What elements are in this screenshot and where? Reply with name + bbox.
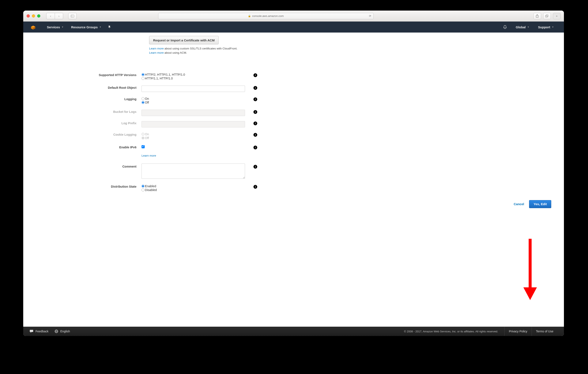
- pin-button[interactable]: [105, 21, 114, 32]
- label-comment: Comment: [23, 163, 142, 168]
- aws-footer: Feedback English © 2008 - 2017, Amazon W…: [23, 327, 564, 336]
- aws-logo-icon[interactable]: [30, 23, 37, 31]
- row-logging: Logging On Off i: [23, 97, 564, 105]
- language-label: English: [60, 330, 70, 333]
- row-cookie-logging: Cookie Logging On Off i: [23, 132, 564, 140]
- ipv6-checkbox[interactable]: [142, 145, 145, 148]
- dist-enabled-radio[interactable]: [142, 185, 145, 188]
- ssl-help-text: Learn more about using custom SSL/TLS ce…: [149, 46, 564, 55]
- row-bucket-logs: Bucket for Logs i: [23, 110, 564, 116]
- ipv6-learn-more-link[interactable]: Learn more: [142, 154, 156, 157]
- language-button[interactable]: English: [55, 330, 70, 333]
- aws-header: Services ▼ Resource Groups ▼ Global ▼ S: [23, 21, 564, 32]
- window-controls: [27, 14, 40, 18]
- forward-button[interactable]: ›: [55, 13, 63, 19]
- info-icon[interactable]: i: [253, 146, 257, 150]
- back-button[interactable]: ‹: [46, 13, 55, 19]
- browser-window: ‹ › 🔒 console.aws.amazon.com ⟳ +: [23, 11, 564, 336]
- http-opt1[interactable]: HTTP/2, HTTP/1.1, HTTP/1.0: [142, 73, 249, 76]
- learn-more-acm-link[interactable]: Learn more: [149, 51, 164, 54]
- label-bucket-logs: Bucket for Logs: [23, 110, 142, 113]
- info-icon[interactable]: i: [253, 185, 257, 189]
- info-icon[interactable]: i: [253, 86, 257, 90]
- browser-toolbar: ‹ › 🔒 console.aws.amazon.com ⟳ +: [23, 11, 564, 21]
- minimize-window-icon[interactable]: [32, 14, 35, 18]
- terms-link[interactable]: Terms of Use: [532, 327, 557, 336]
- dist-enabled-label: Enabled: [145, 184, 156, 188]
- info-icon[interactable]: i: [253, 110, 257, 114]
- label-http-versions: Supported HTTP Versions: [23, 73, 142, 77]
- logging-on-label: On: [145, 97, 149, 100]
- row-log-prefix: Log Prefix i: [23, 121, 564, 128]
- form-actions: Cancel Yes, Edit: [23, 197, 564, 211]
- caret-down-icon: ▼: [99, 26, 101, 28]
- close-window-icon[interactable]: [27, 14, 30, 18]
- acm-help-suffix: about using ACM.: [164, 51, 187, 54]
- nav-buttons: ‹ ›: [46, 13, 63, 19]
- logging-on[interactable]: On: [142, 97, 249, 100]
- resource-groups-label: Resource Groups: [71, 25, 98, 29]
- comment-textarea[interactable]: [142, 163, 245, 179]
- info-icon[interactable]: i: [253, 133, 257, 137]
- dist-enabled[interactable]: Enabled: [142, 184, 249, 188]
- label-default-root: Default Root Object: [23, 85, 142, 89]
- learn-more-ssl-link[interactable]: Learn more: [149, 47, 164, 50]
- label-dist-state: Distribution State: [23, 184, 142, 188]
- ssl-help-suffix: about using custom SSL/TLS certificates …: [164, 47, 237, 50]
- cookie-on-radio: [142, 133, 145, 136]
- logging-off-radio[interactable]: [142, 101, 145, 104]
- http-opt2[interactable]: HTTP/1.1, HTTP/1.0: [142, 77, 249, 80]
- request-import-cert-button[interactable]: Request or Import a Certificate with ACM: [149, 36, 219, 44]
- notifications-button[interactable]: [499, 21, 511, 32]
- svg-rect-3: [546, 15, 548, 17]
- label-log-prefix: Log Prefix: [23, 121, 142, 125]
- tabs-button[interactable]: [543, 13, 551, 19]
- dist-disabled-label: Disabled: [145, 188, 157, 192]
- bucket-logs-input: [142, 110, 245, 116]
- cookie-off: Off: [142, 136, 249, 140]
- sidebar-toggle-button[interactable]: [68, 13, 77, 19]
- row-dist-state: Distribution State Enabled Disabled i: [23, 184, 564, 192]
- share-button[interactable]: [534, 13, 541, 19]
- http-opt2-label: HTTP/1.1, HTTP/1.0: [145, 77, 173, 80]
- row-ipv6: Enable IPv6 Learn more i: [23, 145, 564, 157]
- label-ipv6: Enable IPv6: [23, 145, 142, 149]
- reload-icon[interactable]: ⟳: [369, 14, 371, 18]
- new-tab-button[interactable]: +: [553, 13, 561, 19]
- logging-off[interactable]: Off: [142, 101, 249, 104]
- http-opt1-radio[interactable]: [142, 73, 145, 76]
- default-root-input[interactable]: [142, 85, 245, 92]
- http-opt2-radio[interactable]: [142, 77, 145, 80]
- cookie-on: On: [142, 132, 249, 136]
- info-icon[interactable]: i: [253, 165, 257, 169]
- info-icon[interactable]: i: [253, 121, 257, 125]
- feedback-button[interactable]: Feedback: [30, 330, 48, 333]
- support-menu[interactable]: Support ▼: [534, 21, 557, 32]
- privacy-link[interactable]: Privacy Policy: [504, 327, 531, 336]
- maximize-window-icon[interactable]: [37, 14, 40, 18]
- yes-edit-button[interactable]: Yes, Edit: [529, 200, 551, 208]
- info-icon[interactable]: i: [253, 73, 257, 77]
- row-http-versions: Supported HTTP Versions HTTP/2, HTTP/1.1…: [23, 73, 564, 81]
- caret-down-icon: ▼: [62, 26, 63, 28]
- address-bar[interactable]: 🔒 console.aws.amazon.com ⟳: [158, 13, 374, 19]
- copyright-text: © 2008 - 2017, Amazon Web Services, Inc.…: [404, 330, 498, 333]
- label-logging: Logging: [23, 97, 142, 101]
- dist-disabled[interactable]: Disabled: [142, 188, 249, 192]
- log-prefix-input: [142, 121, 245, 128]
- support-label: Support: [538, 25, 550, 29]
- resource-groups-menu[interactable]: Resource Groups ▼: [67, 21, 105, 32]
- caret-down-icon: ▼: [527, 26, 529, 28]
- svg-rect-2: [546, 15, 548, 17]
- logging-on-radio[interactable]: [142, 97, 145, 100]
- cancel-button[interactable]: Cancel: [514, 202, 524, 206]
- services-menu[interactable]: Services ▼: [43, 21, 67, 32]
- distribution-form: Supported HTTP Versions HTTP/2, HTTP/1.1…: [23, 73, 564, 192]
- caret-down-icon: ▼: [552, 26, 554, 28]
- dist-disabled-radio[interactable]: [142, 189, 145, 192]
- info-icon[interactable]: i: [253, 97, 257, 101]
- region-label: Global: [516, 25, 526, 29]
- row-comment: Comment i: [23, 163, 564, 179]
- region-menu[interactable]: Global ▼: [512, 21, 533, 32]
- svg-rect-0: [71, 15, 74, 17]
